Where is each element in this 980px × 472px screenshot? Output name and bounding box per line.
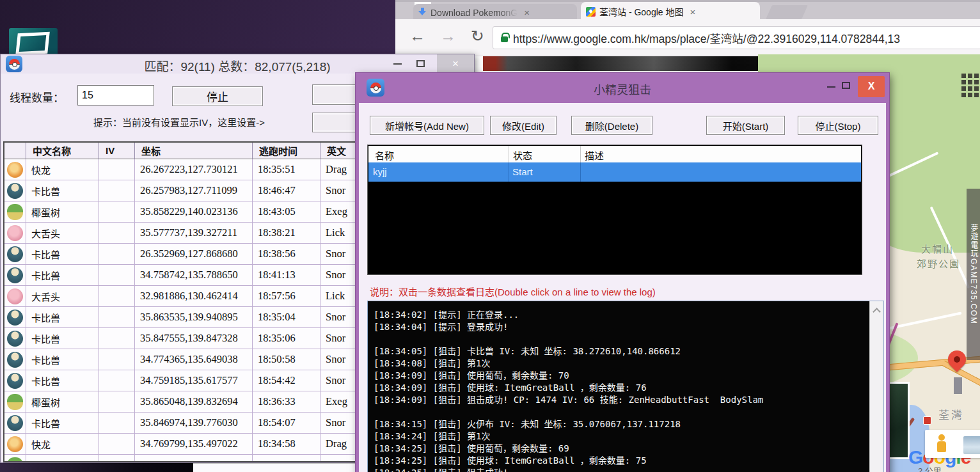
pokemon-coord xyxy=(135,455,253,462)
pegman-icon[interactable] xyxy=(937,434,947,453)
log-line: [18:34:04] [提示] 登录成功! xyxy=(374,321,860,333)
minimize-button[interactable] xyxy=(827,86,835,88)
pokemon-icon-cell xyxy=(4,223,26,244)
delete-button[interactable]: 删除(Delete) xyxy=(571,116,652,135)
stop-button[interactable]: 停止 xyxy=(172,86,263,106)
col-status[interactable]: 状态 xyxy=(513,148,532,162)
pokemon-iv xyxy=(99,159,135,180)
pokemon-iv xyxy=(99,391,135,413)
pokemon-flee-time: 18:38:56 xyxy=(253,244,320,265)
pokemon-flee-time: 18:35:51 xyxy=(253,159,320,180)
pokemon-coord: 35.847555,139.847328 xyxy=(135,328,253,349)
close-button[interactable]: × xyxy=(437,54,474,74)
log-line: [18:34:25] [狙击] 使用葡萄，剩余数量: 69 xyxy=(374,443,860,455)
tab-close-icon[interactable]: × xyxy=(524,7,530,18)
account-row-selected[interactable]: kyjj Start xyxy=(368,162,861,182)
sniper-titlebar[interactable]: 小精灵狙击 X xyxy=(356,73,889,103)
log-hint-text: 说明：双击一条数据查看日志(Double click on a line to … xyxy=(370,285,656,298)
pokemon-icon-cell xyxy=(4,455,26,462)
start-button[interactable]: 开始(Start) xyxy=(706,116,785,135)
pokemon-icon-cell xyxy=(4,201,26,223)
exeggutor-icon xyxy=(7,204,23,220)
new-tab-button[interactable] xyxy=(766,5,808,19)
pokemon-iv xyxy=(99,434,135,455)
pokemon-icon-cell xyxy=(4,180,26,201)
pokemon-name: 大舌头 xyxy=(26,286,99,307)
pokemon-coord: 34.758742,135.788650 xyxy=(135,265,253,286)
col-name[interactable]: 名称 xyxy=(375,148,394,162)
snorlax-icon xyxy=(7,267,23,283)
log-box[interactable]: [18:34:02] [提示] 正在登录...[18:34:04] [提示] 登… xyxy=(367,301,884,472)
log-line xyxy=(374,406,860,418)
maximize-button[interactable] xyxy=(416,60,425,67)
pokemon-flee-time: 18:35:06 xyxy=(253,328,320,349)
pokemon-flee-time: 18:41:13 xyxy=(253,265,320,286)
exeggutor-icon xyxy=(7,457,23,463)
pokemon-iv xyxy=(99,370,135,391)
log-line: [18:34:25] [狙击] 狙击成功! xyxy=(374,467,860,472)
pokemon-flee-time: 18:36:33 xyxy=(253,391,320,413)
pokemon-iv xyxy=(99,349,135,370)
matcher-titlebar[interactable]: 匹配：92(11) 总数：82,077(5,218) × xyxy=(1,54,474,74)
secure-lock-icon xyxy=(501,36,508,42)
pokemon-flee-time: 18:57:56 xyxy=(253,286,320,307)
dragonite-icon xyxy=(7,436,23,452)
tab-download[interactable]: Download PokemonG × xyxy=(413,4,577,21)
snorlax-icon xyxy=(7,373,23,389)
matcher-title: 匹配：92(11) 总数：82,077(5,218) xyxy=(1,57,474,74)
pokemon-flee-time: 18:54:07 xyxy=(253,413,320,434)
add-new-button[interactable]: 新增帐号(Add New) xyxy=(370,116,484,135)
pokemon-name: 卡比兽 xyxy=(26,180,99,201)
pokemon-flee-time: 18:38:21 xyxy=(253,223,320,244)
account-status: Start xyxy=(512,166,533,177)
imagery-thumbnail[interactable] xyxy=(963,436,980,454)
tab-label: Download PokemonG xyxy=(431,8,518,18)
browser-toolbar: ← → ↻ https://www.google.com.hk/maps/pla… xyxy=(395,19,980,56)
header-coord[interactable]: 坐标 xyxy=(135,143,253,159)
reload-button[interactable]: ↻ xyxy=(471,27,484,45)
exeggutor-icon xyxy=(7,394,23,410)
close-button[interactable]: X xyxy=(858,76,885,97)
tab-maps[interactable]: 荃湾站 - Google 地图 × xyxy=(581,2,760,21)
snorlax-icon xyxy=(7,310,23,326)
pokemon-flee-time xyxy=(253,455,320,462)
pokemon-name: 卡比兽 xyxy=(26,370,99,391)
scroll-up-icon[interactable] xyxy=(873,308,881,316)
park-label-line2: 郊野公園 xyxy=(917,256,960,270)
pokemon-coord: 35.858229,140.023136 xyxy=(135,201,253,223)
desktop-logo-frame xyxy=(15,32,50,56)
pegman-card[interactable] xyxy=(925,430,980,458)
url-bar[interactable]: https://www.google.com.hk/maps/place/荃湾站… xyxy=(493,26,980,49)
pokemon-coord: 35.863535,139.940895 xyxy=(135,307,253,328)
log-scrollbar[interactable] xyxy=(869,301,883,472)
forward-button[interactable]: → xyxy=(440,27,456,45)
sniper-title: 小精灵狙击 xyxy=(356,81,889,97)
lickitung-icon xyxy=(7,225,23,241)
edit-button[interactable]: 修改(Edit) xyxy=(490,116,557,135)
pokemon-coord: 34.759185,135.617577 xyxy=(135,370,253,391)
log-line: [18:34:09] [狙击] 使用球: ItemGreatBall ，剩余数量… xyxy=(374,382,860,394)
pokemon-icon-cell xyxy=(4,328,26,349)
snorlax-icon xyxy=(7,352,23,368)
desktop-logo-icon[interactable] xyxy=(9,28,58,56)
header-time[interactable]: 逃跑时间 xyxy=(253,143,320,159)
thread-count-input[interactable] xyxy=(77,85,154,106)
snorlax-icon xyxy=(7,183,23,199)
thread-count-label: 线程数量： xyxy=(10,89,64,105)
pokemon-coord: 35.846974,139.776030 xyxy=(135,413,253,434)
pokemon-icon-cell xyxy=(4,413,26,434)
stop-button[interactable]: 停止(Stop) xyxy=(798,116,878,135)
minimize-button[interactable] xyxy=(393,63,402,65)
log-line: [18:34:08] [狙击] 第1次 xyxy=(374,358,860,370)
account-list: 名称 状态 描述 kyjj Start xyxy=(367,145,862,275)
url-text[interactable]: https://www.google.com.hk/maps/place/荃湾站… xyxy=(513,30,900,46)
header-name[interactable]: 中文名称 xyxy=(26,143,99,159)
back-button[interactable]: ← xyxy=(409,27,425,45)
log-line: [18:34:09] [狙击] 使用葡萄，剩余数量: 70 xyxy=(374,370,860,382)
header-iv[interactable]: IV xyxy=(99,143,135,159)
maximize-button[interactable] xyxy=(842,82,850,89)
pokemon-name: 椰蛋树 xyxy=(26,455,99,462)
pokemon-iv xyxy=(99,413,135,434)
tab-close-icon[interactable]: × xyxy=(690,6,695,17)
col-desc[interactable]: 描述 xyxy=(585,148,604,162)
